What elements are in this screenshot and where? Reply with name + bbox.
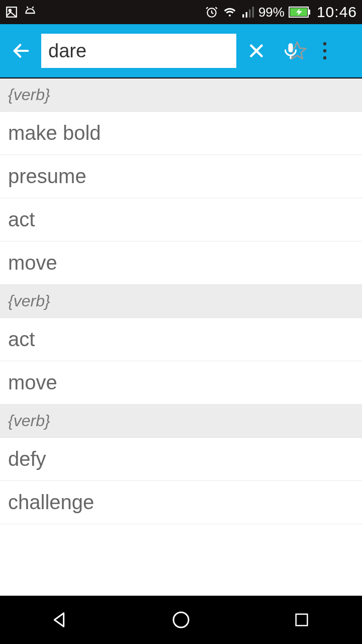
- svg-rect-22: [296, 614, 308, 626]
- svg-point-21: [173, 612, 189, 627]
- svg-rect-11: [309, 10, 310, 15]
- wifi-icon: [222, 6, 237, 19]
- app-bar: [0, 24, 362, 78]
- status-bar: 99% 10:46: [0, 0, 362, 24]
- svg-point-17: [323, 42, 326, 45]
- result-row[interactable]: act: [0, 198, 362, 242]
- result-row[interactable]: move: [0, 242, 362, 285]
- svg-rect-6: [246, 12, 247, 18]
- result-row[interactable]: move: [0, 361, 362, 405]
- result-row[interactable]: make bold: [0, 112, 362, 155]
- search-box: [41, 34, 236, 68]
- result-row[interactable]: presume: [0, 155, 362, 198]
- svg-point-18: [323, 49, 326, 52]
- nav-back-button[interactable]: [40, 605, 80, 635]
- svg-rect-8: [252, 7, 254, 18]
- pos-header: {verb}: [0, 405, 362, 438]
- result-row[interactable]: act: [0, 318, 362, 361]
- svg-point-19: [323, 56, 326, 59]
- alarm-icon: [205, 6, 218, 19]
- overflow-menu-button[interactable]: [311, 37, 339, 65]
- nav-recent-button[interactable]: [282, 605, 322, 635]
- svg-line-3: [32, 7, 33, 8]
- clear-button[interactable]: [242, 37, 270, 65]
- android-icon: [23, 6, 37, 19]
- pos-header: {verb}: [0, 78, 362, 112]
- svg-marker-20: [54, 613, 63, 627]
- back-button[interactable]: [7, 37, 35, 65]
- pos-header: {verb}: [0, 285, 362, 318]
- voice-button[interactable]: [277, 37, 305, 65]
- result-row[interactable]: defy: [0, 438, 362, 481]
- signal-icon: [241, 6, 254, 19]
- svg-rect-7: [249, 10, 250, 18]
- svg-line-2: [27, 7, 28, 8]
- svg-point-1: [9, 10, 11, 12]
- svg-rect-5: [242, 14, 244, 18]
- results-list: {verb} make bold presume act move {verb}…: [0, 78, 362, 596]
- battery-icon: [289, 7, 311, 18]
- battery-percentage: 99%: [258, 5, 285, 20]
- clock-time: 10:46: [317, 4, 357, 21]
- result-row[interactable]: challenge: [0, 481, 362, 524]
- picture-icon: [5, 6, 18, 19]
- nav-home-button[interactable]: [161, 605, 201, 635]
- system-nav-bar: [0, 596, 362, 644]
